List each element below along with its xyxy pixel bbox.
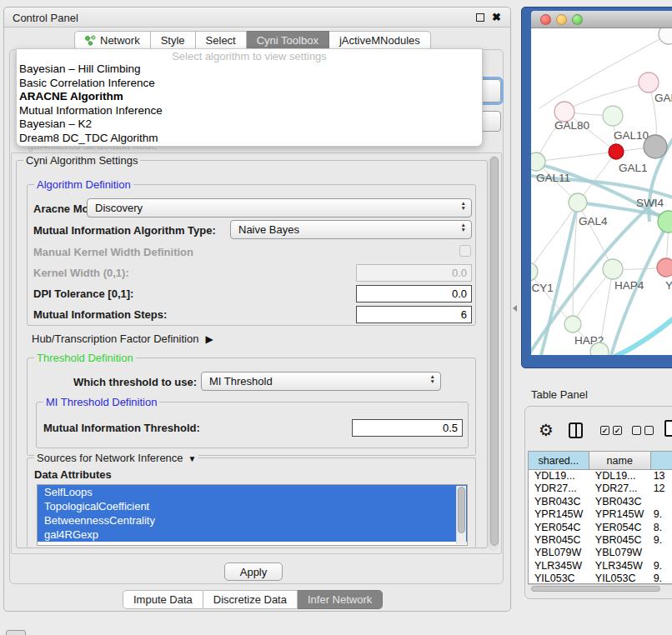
table-row[interactable]: YBL079WYBL079W — [529, 547, 672, 559]
node-gal4[interactable] — [569, 193, 587, 212]
cyni-algorithm-settings-group: Cyni Algorithm Settings Algorithm Defini… — [16, 160, 488, 548]
table-row[interactable]: YDL19...YDL19...13 — [529, 470, 672, 482]
close-traffic-light-icon[interactable] — [540, 14, 551, 25]
algorithm-option[interactable]: Bayesian – K2 — [17, 118, 482, 132]
mi-steps-input[interactable]: 6 — [356, 306, 472, 323]
expand-right-icon: ▶ — [205, 333, 213, 345]
algorithm-option[interactable]: ARACNE Algorithm — [17, 90, 482, 104]
node-salmon[interactable] — [657, 258, 672, 277]
tab-discretize-data[interactable]: Discretize Data — [203, 590, 298, 609]
attribute-list-item[interactable]: SelfLoops — [38, 485, 467, 499]
table-hscroll-thumb[interactable] — [531, 586, 660, 592]
attribute-list-item[interactable]: BetweennessCentrality — [38, 513, 467, 528]
table-cell: YBR043C — [529, 496, 589, 508]
cyni-algorithm-settings-title: Cyni Algorithm Settings — [23, 154, 140, 167]
panel-divider-collapse-icon[interactable] — [513, 305, 517, 312]
table-row[interactable]: YPR145WYPR145W9. — [529, 508, 672, 521]
tab-infer-network[interactable]: Infer Network — [298, 590, 383, 609]
mi-algorithm-type-label: Mutual Information Algorithm Type: — [33, 224, 216, 237]
node-gcy1[interactable] — [531, 262, 538, 281]
table-settings-gear-icon[interactable]: ⚙ — [539, 420, 554, 440]
attributes-scroll-thumb[interactable] — [458, 487, 465, 533]
threshold-definition-title: Threshold Definition — [34, 352, 136, 364]
tab-select[interactable]: Select — [196, 31, 247, 50]
tab-style[interactable]: Style — [151, 31, 196, 50]
table-column-header[interactable]: shared... — [529, 452, 589, 469]
attribute-list-item[interactable]: gal4RGexp — [38, 528, 467, 542]
node-hap4[interactable] — [603, 259, 623, 279]
attributes-scrollbar[interactable] — [456, 486, 466, 544]
table-horizontal-scrollbar[interactable] — [528, 584, 672, 592]
data-attributes-list[interactable]: SelfLoopsTopologicalCoefficientBetweenne… — [37, 484, 468, 546]
node-gal11[interactable] — [531, 152, 545, 171]
node-gal80-label: GAL80 — [554, 119, 589, 132]
algorithm-option[interactable]: Basic Correlation Inference — [17, 77, 482, 91]
table-row[interactable]: YBR043CYBR043C — [529, 496, 672, 508]
settings-scroll-thumb[interactable] — [490, 157, 499, 546]
mi-algorithm-type-value: Naive Bayes — [238, 223, 299, 236]
network-window-titlebar[interactable] — [531, 11, 672, 28]
table-cell: YER054C — [529, 522, 589, 534]
node-unlabeled-top[interactable] — [659, 28, 672, 44]
node-gal[interactable] — [639, 72, 659, 92]
mi-threshold-definition-title: MI Threshold Definition — [43, 396, 159, 408]
algorithm-dropdown-list[interactable]: Select algorithm to view settings Bayesi… — [16, 48, 483, 147]
node-gray[interactable] — [644, 135, 667, 158]
combo-arrows-icon: ▲▼ — [461, 201, 466, 210]
tab-network[interactable]: Network — [74, 31, 151, 50]
control-panel-tabbar: NetworkStyleSelectCyni ToolboxjActiveMNo… — [74, 31, 431, 50]
tab-label: Style — [161, 34, 185, 47]
deselect-all-checks-icon[interactable] — [632, 426, 654, 435]
node-gal4-label: GAL4 — [579, 215, 608, 228]
algorithm-option[interactable]: Mutual Information Inference — [17, 104, 482, 118]
table-column-header[interactable] — [651, 452, 672, 469]
table-row[interactable]: YBR045CYBR045C9. — [529, 534, 672, 547]
table-column-header[interactable]: name — [589, 452, 651, 469]
kernel-width-input[interactable]: 0.0 — [356, 264, 472, 282]
float-window-icon[interactable] — [476, 13, 484, 22]
node-gcy1-label: GCY1 — [531, 282, 554, 294]
aracne-mode-combo[interactable]: Discovery ▲▼ — [87, 198, 472, 218]
dpi-tolerance-input[interactable]: 0.0 — [356, 285, 472, 302]
hub-definition-toggle[interactable]: Hub/Transcription Factor Definition▶ — [32, 332, 213, 345]
tab-label: Impute Data — [133, 593, 193, 606]
threshold-definition-group: Threshold Definition Which threshold to … — [27, 358, 476, 456]
table-row[interactable]: YLR345WYLR345W9. — [529, 560, 672, 572]
sources-group-title[interactable]: Sources for Network Inference▼ — [34, 452, 198, 464]
algorithm-definition-title: Algorithm Definition — [34, 178, 133, 191]
mi-algorithm-type-combo[interactable]: Naive Bayes ▲▼ — [230, 220, 472, 239]
table-cell: YDR27... — [589, 482, 651, 495]
algorithm-option[interactable]: Dream8 DC_TDC Algorithm — [17, 132, 482, 146]
table-row[interactable]: YIL053CYIL053C9. — [529, 572, 672, 584]
attribute-list-item[interactable]: TopologicalCoefficient — [38, 499, 467, 513]
column-layout-icon[interactable] — [569, 422, 583, 438]
checked-box-icon: ✓ — [600, 426, 609, 435]
zoom-traffic-light-icon[interactable] — [572, 14, 583, 25]
algorithm-option[interactable]: Bayesian – Hill Climbing — [17, 62, 482, 77]
tab-impute-data[interactable]: Impute Data — [123, 590, 203, 609]
table-row[interactable]: YDR27...YDR27...12 — [529, 482, 672, 495]
table-cell: YIL053C — [529, 572, 589, 584]
which-threshold-combo[interactable]: MI Threshold ▲▼ — [201, 372, 441, 391]
minimize-traffic-light-icon[interactable] — [556, 14, 567, 25]
partial-bottom-left-button[interactable] — [6, 630, 26, 635]
select-all-checks-icon[interactable]: ✓ ✓ — [600, 426, 622, 435]
mi-threshold-input[interactable]: 0.5 — [352, 419, 463, 437]
apply-button[interactable]: Apply — [224, 562, 283, 581]
document-icon[interactable] — [664, 420, 672, 437]
algorithm-dropdown-placeholder: Select algorithm to view settings — [17, 50, 482, 62]
settings-vertical-scrollbar[interactable] — [489, 156, 499, 551]
close-icon[interactable]: ✖ — [492, 11, 501, 24]
which-threshold-label: Which threshold to use: — [73, 376, 197, 388]
node-hap2[interactable] — [564, 316, 581, 332]
node-gal10[interactable] — [603, 106, 623, 126]
network-view-window[interactable]: GALGAL80GAL10GAL1GAL11SWI4GAL4GCY1HAP4YH… — [521, 7, 672, 368]
tab-jactivemnodules[interactable]: jActiveMNodules — [329, 31, 431, 50]
control-panel-titlebar[interactable]: Control Panel ✖ — [4, 8, 510, 28]
node-gal1[interactable] — [609, 144, 624, 159]
network-canvas[interactable]: GALGAL80GAL10GAL1GAL11SWI4GAL4GCY1HAP4YH… — [531, 28, 672, 355]
table-row[interactable]: YER054CYER054C8. — [529, 522, 672, 534]
node-attribute-table[interactable]: shared...name YDL19...YDL19...13YDR27...… — [528, 451, 672, 584]
tab-cyni-toolbox[interactable]: Cyni Toolbox — [247, 31, 329, 50]
manual-kernel-width-checkbox[interactable] — [459, 245, 471, 257]
